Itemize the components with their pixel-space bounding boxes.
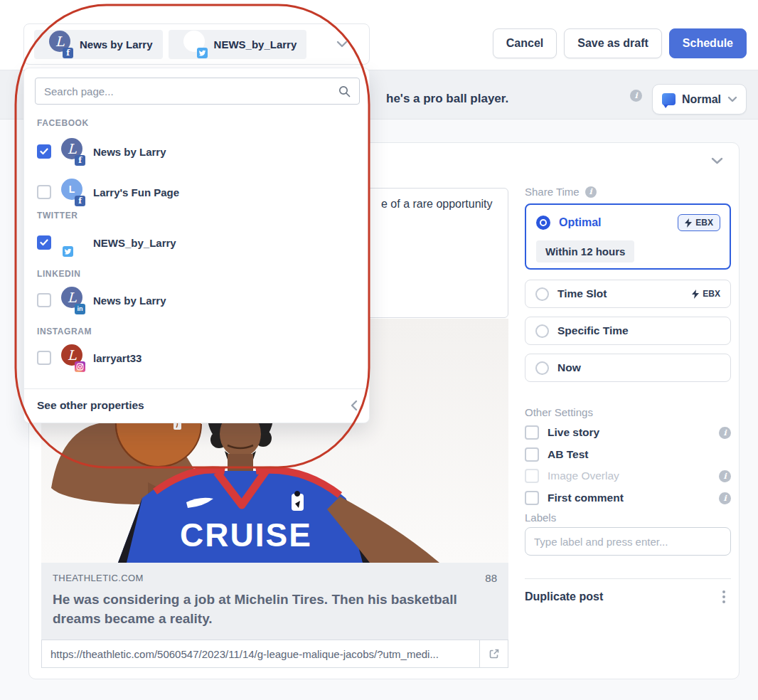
share-time-info-icon[interactable]: i <box>585 186 597 198</box>
character-count: 88 <box>485 572 497 584</box>
section-header-twitter: TWITTER <box>37 211 78 221</box>
time-slot-label: Time Slot <box>557 287 607 300</box>
radio-specific-time[interactable] <box>535 324 549 338</box>
now-label: Now <box>557 361 581 374</box>
checkbox-image-overlay <box>525 469 539 483</box>
checkbox-unchecked[interactable] <box>37 293 51 307</box>
instagram-badge-icon <box>75 361 85 372</box>
selected-page-chip-facebook[interactable]: L f News by Larry <box>34 30 163 59</box>
open-link-button[interactable] <box>479 640 508 667</box>
facebook-badge-icon: f <box>75 155 85 166</box>
schedule-button[interactable]: Schedule <box>669 28 747 58</box>
article-url-bar: https://theathletic.com/5060547/2023/11/… <box>41 640 508 668</box>
checkbox-ab-test[interactable] <box>525 447 539 462</box>
save-as-draft-button[interactable]: Save as draft <box>564 28 662 58</box>
search-icon <box>338 85 351 97</box>
checkbox-live-story[interactable] <box>525 425 539 440</box>
kebab-menu-icon[interactable] <box>717 588 731 606</box>
chevron-down-icon <box>727 96 737 102</box>
section-header-instagram: INSTAGRAM <box>37 327 92 336</box>
ebx-badge: EBX <box>692 289 720 299</box>
page-selector-bar[interactable]: L f News by Larry NEWS_by_Larry <box>23 23 370 65</box>
instagram-avatar: L <box>61 344 85 372</box>
page-row-news-by-larry-fb[interactable]: L f News by Larry <box>37 137 358 166</box>
page-row-news-by-larry-li[interactable]: L in News by Larry <box>37 286 358 314</box>
setting-first-comment[interactable]: First comment i <box>525 489 731 507</box>
twitter-avatar <box>61 229 85 257</box>
collapse-chevron-icon[interactable] <box>711 157 723 165</box>
post-text-fragment: e of a rare opportunity <box>381 198 493 211</box>
checkbox-unchecked[interactable] <box>37 185 51 199</box>
chevron-left-icon <box>351 400 358 411</box>
twitter-avatar <box>183 31 207 58</box>
share-type-select[interactable]: Normal <box>652 84 747 115</box>
share-time-option-specific-time[interactable]: Specific Time <box>525 317 731 345</box>
share-time-header: Share Time i <box>525 186 597 198</box>
checkbox-checked[interactable] <box>37 235 51 250</box>
page-row-larrys-fun-page[interactable]: L f Larry's Fun Page <box>37 178 358 206</box>
page-row-larryart33[interactable]: L larryart33 <box>37 344 358 372</box>
article-footer: THEATHLETIC.COM 88 He was considering a … <box>41 563 508 640</box>
share-time-label: Share Time <box>525 186 580 198</box>
duplicate-post-row[interactable]: Duplicate post <box>525 587 731 607</box>
checkbox-unchecked[interactable] <box>37 351 51 365</box>
page-search-box[interactable] <box>35 78 360 105</box>
live-story-info-icon[interactable]: i <box>719 427 731 439</box>
twitter-badge-icon <box>63 246 73 257</box>
share-time-option-optimal[interactable]: Optimal EBX Within 12 hours <box>525 203 731 270</box>
duplicate-post-label: Duplicate post <box>525 590 603 603</box>
labels-label: Labels <box>525 511 556 524</box>
chat-bubble-icon <box>662 93 676 105</box>
first-comment-info-icon[interactable]: i <box>719 492 731 504</box>
article-headline: He was considering a job at Michelin Tir… <box>53 590 497 629</box>
specific-time-label: Specific Time <box>557 324 629 337</box>
page-row-news-by-larry-tw[interactable]: NEWS_by_Larry <box>37 228 358 257</box>
cancel-button[interactable]: Cancel <box>493 28 557 58</box>
jersey-text: CRUISE <box>180 516 312 553</box>
checkbox-checked[interactable] <box>37 144 51 159</box>
facebook-avatar: L f <box>49 31 73 58</box>
toolbar-buttons: Cancel Save as draft Schedule <box>493 28 747 58</box>
twitter-badge-icon <box>197 48 208 58</box>
facebook-avatar: L f <box>61 138 85 166</box>
linkedin-avatar: L in <box>61 287 85 314</box>
facebook-avatar: L f <box>61 179 85 206</box>
page-search-input[interactable] <box>44 85 338 97</box>
setting-live-story[interactable]: Live story i <box>525 423 731 442</box>
facebook-badge-icon: f <box>75 196 85 206</box>
radio-optimal[interactable] <box>536 216 550 230</box>
image-overlay-info-icon[interactable]: i <box>719 470 731 482</box>
message-info-icon[interactable]: i <box>630 90 642 102</box>
labels-input[interactable] <box>525 527 731 556</box>
share-time-option-time-slot[interactable]: Time Slot EBX <box>525 280 731 308</box>
other-settings-label: Other Settings <box>525 406 593 418</box>
optimal-label: Optimal <box>559 216 602 229</box>
ebx-badge: EBX <box>678 214 720 231</box>
article-domain: THEATHLETIC.COM <box>53 573 144 583</box>
section-header-facebook: FACEBOOK <box>37 118 89 128</box>
external-link-icon <box>489 648 500 659</box>
article-url[interactable]: https://theathletic.com/5060547/2023/11/… <box>42 648 479 660</box>
divider <box>24 388 369 389</box>
setting-image-overlay: Image Overlay i <box>525 467 731 485</box>
bolt-icon <box>692 290 699 299</box>
checkbox-first-comment[interactable] <box>525 491 539 505</box>
section-header-linkedin: LINKEDIN <box>37 269 80 279</box>
radio-time-slot[interactable] <box>535 287 549 301</box>
message-text-fragment: he's a pro ball player. <box>386 92 508 106</box>
share-time-option-now[interactable]: Now <box>525 354 731 382</box>
selector-chevron-down-icon[interactable] <box>336 41 348 48</box>
see-other-properties[interactable]: See other properties <box>37 395 358 416</box>
radio-now[interactable] <box>535 361 549 375</box>
share-type-value: Normal <box>682 93 721 106</box>
setting-ab-test[interactable]: AB Test <box>525 445 731 464</box>
selected-page-chip-twitter[interactable]: NEWS_by_Larry <box>169 30 307 59</box>
page-picker-dropdown: FACEBOOK L f News by Larry L f Larry's F… <box>23 68 370 423</box>
divider <box>525 578 731 579</box>
linkedin-badge-icon: in <box>75 304 85 314</box>
optimal-window-chip: Within 12 hours <box>536 240 634 262</box>
facebook-badge-icon: f <box>63 48 73 58</box>
bolt-icon <box>685 218 692 228</box>
